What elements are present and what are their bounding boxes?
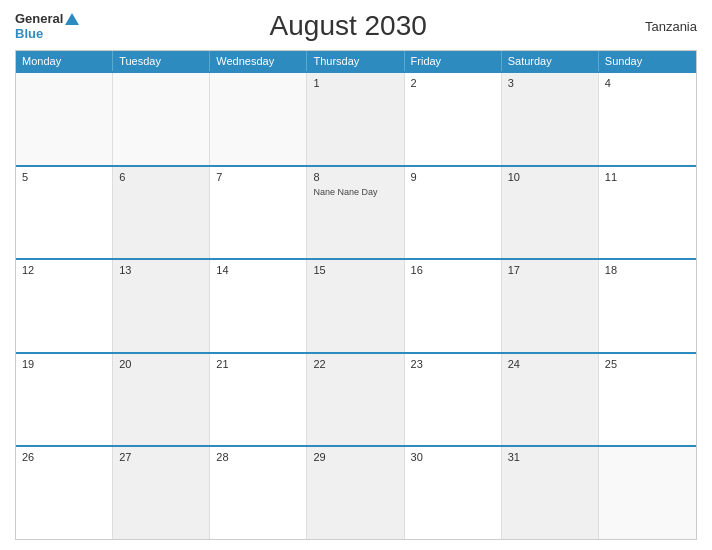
day-cell-28: 28 bbox=[210, 447, 307, 539]
weeks-container: 1 2 3 4 5 6 7 8 Nane Nane Day 9 10 11 bbox=[16, 71, 696, 539]
day-cell-29: 29 bbox=[307, 447, 404, 539]
day-cell-23: 23 bbox=[405, 354, 502, 446]
day-cell-20: 20 bbox=[113, 354, 210, 446]
logo-blue-text: Blue bbox=[15, 26, 43, 41]
day-cell-30: 30 bbox=[405, 447, 502, 539]
day-cell-10: 10 bbox=[502, 167, 599, 259]
day-cell-5: 5 bbox=[16, 167, 113, 259]
day-cell-27: 27 bbox=[113, 447, 210, 539]
day-cell-17: 17 bbox=[502, 260, 599, 352]
day-cell-14: 14 bbox=[210, 260, 307, 352]
calendar: Monday Tuesday Wednesday Thursday Friday… bbox=[15, 50, 697, 540]
day-cell-21: 21 bbox=[210, 354, 307, 446]
day-cell-1: 1 bbox=[307, 73, 404, 165]
day-cell-6: 6 bbox=[113, 167, 210, 259]
week-row-4: 19 20 21 22 23 24 25 bbox=[16, 352, 696, 446]
week-row-2: 5 6 7 8 Nane Nane Day 9 10 11 bbox=[16, 165, 696, 259]
logo: General Blue bbox=[15, 11, 79, 41]
header-saturday: Saturday bbox=[502, 51, 599, 71]
header: General Blue August 2030 Tanzania bbox=[15, 10, 697, 42]
header-sunday: Sunday bbox=[599, 51, 696, 71]
header-thursday: Thursday bbox=[307, 51, 404, 71]
page: General Blue August 2030 Tanzania Monday… bbox=[0, 0, 712, 550]
header-wednesday: Wednesday bbox=[210, 51, 307, 71]
day-cell-22: 22 bbox=[307, 354, 404, 446]
day-cell-empty-end bbox=[599, 447, 696, 539]
day-cell-7: 7 bbox=[210, 167, 307, 259]
day-headers: Monday Tuesday Wednesday Thursday Friday… bbox=[16, 51, 696, 71]
logo-general-text: General bbox=[15, 11, 63, 26]
day-cell-11: 11 bbox=[599, 167, 696, 259]
day-cell-15: 15 bbox=[307, 260, 404, 352]
calendar-title: August 2030 bbox=[79, 10, 617, 42]
week-row-3: 12 13 14 15 16 17 18 bbox=[16, 258, 696, 352]
country-label: Tanzania bbox=[617, 19, 697, 34]
day-cell-16: 16 bbox=[405, 260, 502, 352]
day-cell bbox=[210, 73, 307, 165]
day-cell bbox=[16, 73, 113, 165]
nane-nane-event: Nane Nane Day bbox=[313, 187, 397, 199]
day-cell-25: 25 bbox=[599, 354, 696, 446]
day-cell-18: 18 bbox=[599, 260, 696, 352]
day-cell-8: 8 Nane Nane Day bbox=[307, 167, 404, 259]
header-tuesday: Tuesday bbox=[113, 51, 210, 71]
week-row-5: 26 27 28 29 30 31 bbox=[16, 445, 696, 539]
day-cell-4: 4 bbox=[599, 73, 696, 165]
header-monday: Monday bbox=[16, 51, 113, 71]
week-row-1: 1 2 3 4 bbox=[16, 71, 696, 165]
day-cell-12: 12 bbox=[16, 260, 113, 352]
day-cell-3: 3 bbox=[502, 73, 599, 165]
day-cell-9: 9 bbox=[405, 167, 502, 259]
header-friday: Friday bbox=[405, 51, 502, 71]
day-cell-24: 24 bbox=[502, 354, 599, 446]
logo-triangle-icon bbox=[65, 13, 79, 25]
day-cell-2: 2 bbox=[405, 73, 502, 165]
day-cell-19: 19 bbox=[16, 354, 113, 446]
day-cell-26: 26 bbox=[16, 447, 113, 539]
day-cell-13: 13 bbox=[113, 260, 210, 352]
day-cell bbox=[113, 73, 210, 165]
day-cell-31: 31 bbox=[502, 447, 599, 539]
